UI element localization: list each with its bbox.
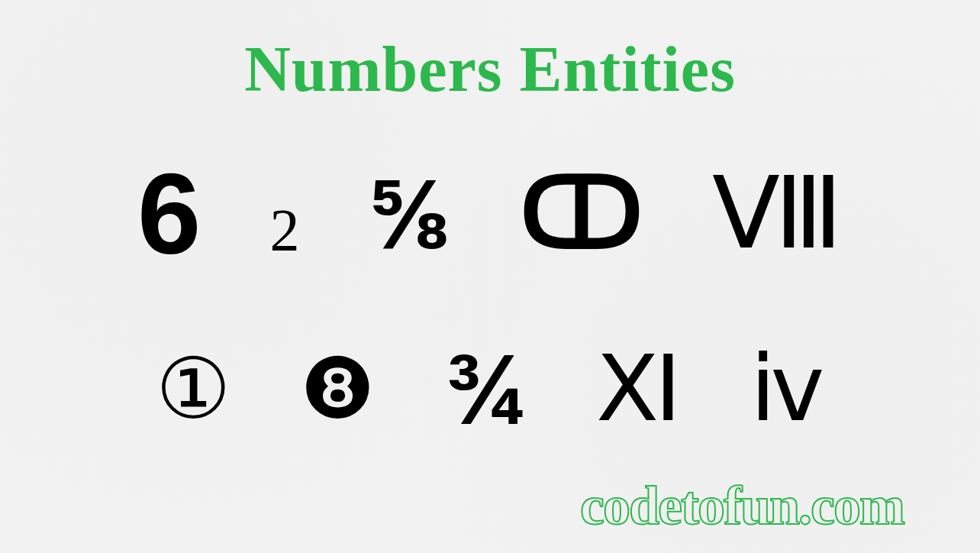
number-entity: 6 [137, 157, 201, 271]
filled-circled-number-entity: ❽ [300, 348, 376, 432]
fraction-entity: ⅝ [369, 164, 451, 264]
entities-row-1: 6 2 ⅝ ↀ Ⅷ [0, 160, 980, 267]
roman-numeral-entity: ⅳ [750, 344, 824, 435]
number-entity: 2 [270, 200, 300, 267]
watermark-text: codetofun.com [580, 474, 904, 538]
roman-numeral-entity: Ⅷ [712, 164, 843, 264]
page-title: Numbers Entities [0, 32, 980, 106]
roman-numeral-entity: Ⅺ [596, 344, 682, 435]
entities-row-2: ① ❽ ¾ Ⅺ ⅳ [0, 336, 980, 443]
roman-numeral-entity: ↀ [520, 164, 643, 264]
fraction-entity: ¾ [444, 340, 527, 439]
circled-number-entity: ① [156, 348, 231, 432]
